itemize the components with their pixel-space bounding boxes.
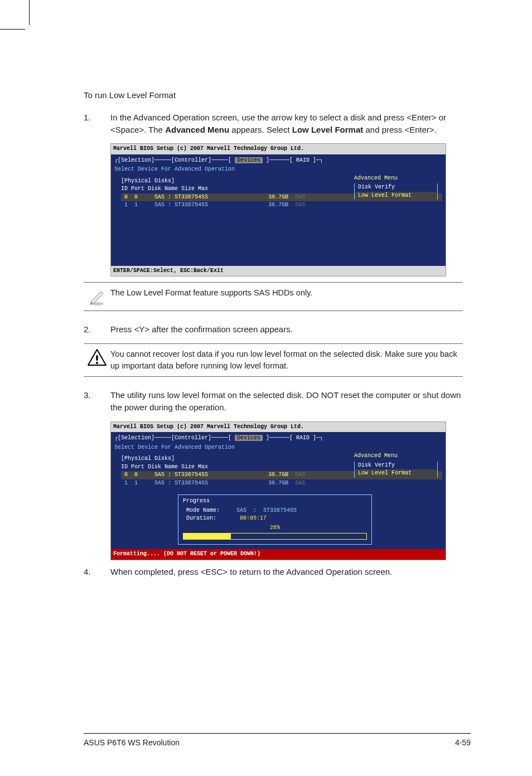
c: 36.7GB: [268, 202, 288, 208]
progress-label: Progress: [183, 497, 367, 506]
advanced-menu: Advanced Menu Disk Verify Low Level Form…: [354, 452, 438, 478]
page-footer: ASUS P6T6 WS Revolution 4-59: [84, 733, 471, 748]
c: SAS: [295, 480, 305, 486]
c: 36.7GB: [268, 194, 288, 200]
note-info: The Low Level Format feature supports SA…: [84, 282, 463, 311]
footer-left: ASUS P6T6 WS Revolution: [84, 737, 180, 748]
c: 36.7GB: [268, 480, 288, 486]
note-text: You cannot recover lost data if you run …: [110, 348, 463, 372]
step-number: 1.: [84, 111, 110, 136]
svg-rect-1: [96, 355, 98, 361]
menu-title: Advanced Menu: [354, 452, 438, 460]
tab-selected: Devices: [235, 435, 263, 441]
step-number: 3.: [84, 389, 110, 414]
menu-item-low-level-format: Low Level Format: [356, 469, 436, 478]
c: SAS : ST336754SS: [154, 202, 208, 208]
c: SAS: [295, 202, 305, 208]
c: 0: [134, 472, 138, 478]
c: 1: [124, 202, 128, 208]
bios-screenshot-1: Marvell BIOS Setup (c) 2007 Marvell Tech…: [110, 143, 446, 277]
footer-right: 4-59: [455, 737, 471, 748]
step-body: The utility runs low level format on the…: [110, 389, 463, 414]
step-number: 2.: [84, 323, 110, 336]
bios-subtitle: Select Device For Advanced Operation: [114, 166, 442, 174]
step-3: 3. The utility runs low level format on …: [84, 389, 463, 414]
bios-row-1: 1 1 SAS : ST336754SS 36.7GB SAS: [121, 201, 442, 210]
menu-item-low-level-format: Low Level Format: [356, 192, 436, 200]
bios-subtitle: Select Device For Advanced Operation: [114, 444, 442, 452]
bios-status: ENTER/SPACE:Select, ESC:Back/Exit: [111, 266, 446, 277]
c: SAS : ST336754SS: [154, 194, 208, 200]
mode-value: SAS : ST336754SS: [236, 507, 297, 513]
menu-item-disk-verify: Disk Verify: [356, 183, 436, 192]
c: 1: [134, 480, 138, 486]
step-body: Press <Y> after the confirmation screen …: [110, 323, 463, 336]
c: SAS : ST336754SS: [154, 480, 208, 486]
step-body: In the Advanced Operation screen, use th…: [110, 111, 463, 136]
bios-screenshot-2: Marvell BIOS Setup (c) 2007 Marvell Tech…: [110, 421, 446, 560]
bios-title: Marvell BIOS Setup (c) 2007 Marvell Tech…: [111, 422, 446, 433]
tab: [Controller]: [171, 157, 211, 163]
dur-label: Duration:: [186, 515, 216, 521]
bios-status-formatting: Formatting.... (DO NOT RESET or POWER DO…: [111, 549, 446, 560]
bold: Advanced Menu: [165, 125, 229, 134]
bold: Low Level Format: [292, 125, 364, 134]
text: appears. Select: [229, 125, 292, 134]
tab: [Selection]: [118, 435, 154, 441]
svg-point-2: [96, 362, 98, 364]
bios-title: Marvell BIOS Setup (c) 2007 Marvell Tech…: [111, 144, 446, 154]
step-4: 4. When completed, press <ESC> to return…: [84, 566, 463, 578]
c: 1: [124, 480, 128, 486]
intro-text: To run Low Level Format: [84, 89, 463, 101]
step-1: 1. In the Advanced Operation screen, use…: [84, 111, 463, 136]
advanced-menu: Advanced Menu Disk Verify Low Level Form…: [354, 174, 438, 200]
note-warning: You cannot recover lost data if you run …: [84, 343, 463, 377]
dur-value: 00:05:17: [240, 515, 267, 521]
step-body: When completed, press <ESC> to return to…: [110, 566, 463, 578]
mode-label: Mode Name:: [186, 507, 220, 513]
tab-selected: Devices: [235, 157, 263, 163]
bios-tabs: ┌[Selection]─────[Controller]─────[ Devi…: [114, 434, 442, 443]
tab: [ RAID ]: [289, 157, 316, 163]
c: SAS: [295, 472, 305, 478]
c: 0: [134, 194, 138, 200]
menu-title: Advanced Menu: [354, 174, 438, 183]
c: SAS: [295, 194, 305, 200]
bios-row-1: 1 1 SAS : ST336754SS 36.7GB SAS: [121, 479, 442, 488]
tab: [ RAID ]: [289, 435, 316, 441]
c: 1: [134, 202, 138, 208]
c: 36.7GB: [268, 472, 288, 478]
c: SAS : ST336754SS: [154, 472, 208, 478]
c: 0: [124, 472, 128, 478]
menu-item-disk-verify: Disk Verify: [356, 462, 436, 470]
c: 0: [124, 194, 128, 200]
step-2: 2. Press <Y> after the confirmation scre…: [84, 323, 463, 336]
percent: 26%: [183, 524, 367, 532]
step-number: 4.: [84, 566, 110, 578]
note-text: The Low Level Format feature supports SA…: [110, 287, 463, 299]
tab: [Selection]: [118, 157, 154, 163]
progress-box: Progress Mode Name: SAS : ST336754SS Dur…: [178, 494, 372, 545]
pencil-icon: [84, 287, 110, 306]
bios-tabs: ┌[Selection]─────[Controller]─────[ Devi…: [114, 157, 442, 165]
progress-bar: [183, 533, 367, 540]
warning-icon: [84, 348, 110, 367]
text: and press <Enter>.: [363, 125, 437, 134]
tab: [Controller]: [171, 435, 211, 441]
